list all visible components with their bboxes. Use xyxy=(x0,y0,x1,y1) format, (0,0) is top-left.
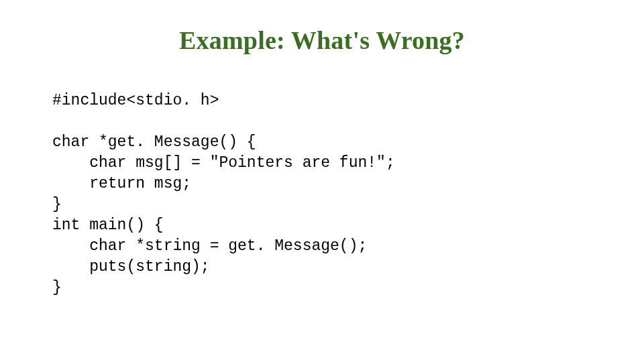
slide-title: Example: What's Wrong? xyxy=(0,25,644,55)
code-block: #include<stdio. h> char *get. Message() … xyxy=(52,90,395,298)
slide: Example: What's Wrong? #include<stdio. h… xyxy=(0,0,644,362)
